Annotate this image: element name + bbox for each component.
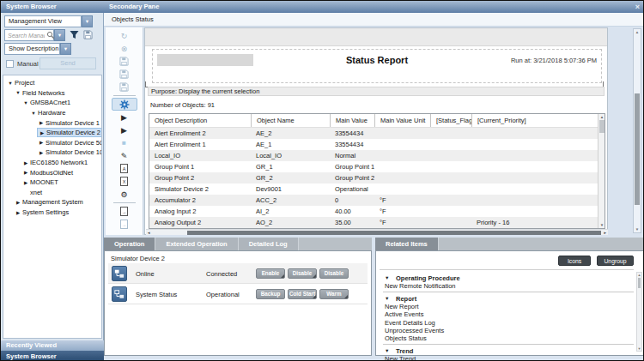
scroll-up-icon[interactable]: ▲ (637, 273, 641, 277)
tree-item-system-settings[interactable]: ▶System Settings (3, 208, 101, 218)
group-trend[interactable]: ▼Trend (383, 346, 634, 355)
scroll-down-icon[interactable]: ▼ (598, 223, 605, 227)
chevron-collapsed-icon: ▶ (15, 210, 21, 215)
enable-button[interactable]: Enable (256, 268, 285, 279)
run-report-icon[interactable]: ↻ (112, 29, 137, 42)
cell (430, 206, 471, 217)
disable-button[interactable]: Disable (288, 268, 317, 279)
recently-viewed-bar[interactable]: Recently Viewed (1, 340, 104, 351)
report-title-band: Status Report Run at: 3/21/2018 5:07:36 … (152, 49, 602, 83)
report-page: Status Report Run at: 3/21/2018 5:07:36 … (144, 27, 608, 235)
save-all-icon[interactable] (112, 81, 137, 93)
related-item-event-details-log[interactable]: Event Details Log (383, 319, 634, 327)
group-report[interactable]: ▼Report (383, 294, 634, 303)
run-with-options-icon[interactable]: ▶ (112, 123, 137, 136)
save-as-icon[interactable] (112, 68, 137, 81)
tree-item-field-networks[interactable]: ▼Field Networks (3, 88, 101, 99)
tree-item-project[interactable]: ▼Project (3, 78, 101, 88)
disable-init-button[interactable]: Disable Init (319, 268, 349, 279)
tree-item-simulator-device-2[interactable]: ▶Simulator Device 2 (3, 128, 101, 138)
scroll-up-icon[interactable]: ▲ (634, 30, 641, 34)
save-filter-icon[interactable] (83, 30, 94, 40)
export-excel-icon[interactable]: X (112, 175, 137, 188)
tab-detailed-log[interactable]: Detailed Log (239, 238, 298, 250)
tree-item-simulator-device-1[interactable]: ▶Simulator Device 1 (3, 117, 101, 128)
stop-icon[interactable]: ■ (112, 136, 137, 149)
column-header: Object Name (251, 114, 330, 127)
tree-item-simulator-device-50[interactable]: ▶Simulator Device 50 (3, 138, 101, 148)
tree-item-management-system[interactable]: ▶Management System (3, 197, 101, 208)
send-button[interactable]: Send (39, 57, 96, 69)
scrollbar-thumb[interactable] (187, 231, 601, 235)
property-value: Connected (206, 270, 237, 278)
icons-button[interactable]: Icons (558, 256, 591, 266)
tab-related-items[interactable]: Related Items (375, 238, 438, 250)
related-items-body: Icons Ungroup ▼Operating Procedure New R… (375, 250, 644, 356)
report-view: ↻ ⊗ ▶ ▶ ■ ✎ A X ⚙ → → Status Report Run … (104, 27, 644, 238)
scroll-down-icon[interactable]: ▼ (637, 346, 641, 351)
cell: Local_IO (149, 150, 251, 161)
cold-start-button[interactable]: Cold Start (288, 289, 317, 299)
table-row: Alert Enrollment 1AE_133554434 (149, 139, 598, 150)
system-browser-bar[interactable]: System Browser (1, 351, 104, 361)
settings-gear-icon[interactable] (112, 98, 137, 111)
cell: Dev9001 (251, 184, 330, 195)
related-item-active-events[interactable]: Active Events (383, 310, 634, 318)
warm-start-button[interactable]: Warm Start (319, 289, 349, 299)
tree-item-moonet[interactable]: ▶MOONET (3, 177, 101, 188)
chevron-down-icon[interactable]: ▼ (60, 43, 71, 55)
chevron-expanded-icon: ▼ (383, 348, 395, 353)
scroll-down-icon[interactable]: ▼ (634, 227, 641, 232)
ungroup-button[interactable]: Ungroup (597, 256, 634, 266)
tree-item-iec61850-network1[interactable]: ▶IEC61850 Network1 (3, 158, 101, 168)
export-pdf-icon[interactable]: A (112, 162, 137, 175)
horizontal-scrollbar[interactable]: ◄ ► (146, 229, 608, 235)
import-icon[interactable]: → (112, 218, 137, 231)
filter-icon[interactable] (70, 30, 80, 40)
tree-item-hardware[interactable]: ▼Hardware (3, 108, 101, 118)
scrollbar-thumb[interactable] (599, 120, 605, 133)
scrollbar-thumb[interactable] (638, 278, 641, 288)
scroll-left-icon[interactable]: ◄ (147, 230, 150, 236)
tab-extended-operation[interactable]: Extended Operation (155, 238, 237, 250)
tab-objects-status[interactable]: Objects Status (104, 13, 644, 27)
tree-item-simulator-device-100[interactable]: ▶Simulator Device 100 (3, 147, 101, 158)
scroll-right-icon[interactable]: ► (604, 230, 607, 236)
cell: 33554434 (330, 128, 374, 139)
table-row: Group Point 2GR_2Group Point 2 (149, 172, 598, 184)
tree-item-xnet[interactable]: ▶xnet (3, 188, 101, 198)
report-vertical-scrollbar[interactable]: ▲ ▼ (633, 28, 641, 233)
related-items-scrollbar[interactable]: ▲ ▼ (636, 272, 642, 352)
description-select[interactable]: Show Description (4, 43, 60, 55)
scroll-up-icon[interactable]: ▲ (598, 115, 605, 119)
table-scrollbar[interactable]: ▲ ▼ (598, 114, 605, 228)
group-operating-procedure[interactable]: ▼Operating Procedure (383, 274, 634, 282)
divider (383, 344, 634, 345)
secondary-pane-header: Secondary Pane × (104, 1, 644, 13)
related-item-new-remote-notification[interactable]: New Remote Notification (383, 282, 634, 290)
export-icon[interactable]: → (112, 205, 137, 218)
cancel-icon[interactable]: ⊗ (112, 42, 137, 55)
close-icon[interactable]: × (635, 1, 640, 13)
related-item-unprocessed-events[interactable]: Unprocessed Events (383, 327, 634, 334)
related-item-objects-status[interactable]: Objects Status (383, 334, 634, 342)
run-icon[interactable]: ▶ (112, 111, 137, 123)
related-item-new-trend[interactable]: New Trend (383, 355, 634, 361)
save-icon[interactable] (112, 55, 137, 68)
report-settings-icon[interactable]: ⚙ (112, 188, 137, 201)
cell (374, 139, 430, 150)
backup-button[interactable]: Backup (256, 289, 285, 299)
scrollbar-thumb[interactable] (635, 93, 640, 205)
tab-operation[interactable]: Operation (104, 238, 155, 250)
view-select[interactable]: Management View (4, 15, 82, 27)
related-item-new-report[interactable]: New Report (383, 303, 634, 310)
chevron-down-icon[interactable]: ▼ (82, 15, 93, 27)
edit-icon[interactable]: ✎ (112, 149, 137, 162)
manual-checkbox[interactable] (6, 60, 14, 68)
cell (374, 128, 430, 139)
cell: 0 (330, 195, 374, 206)
tree-item-modbusoldnet[interactable]: ▶ModbusOldNet (3, 167, 101, 177)
tree-item-gmsbacnet1[interactable]: ▼GMSBACnet1 (3, 98, 101, 108)
search-dropdown-icon[interactable]: ▼ (54, 29, 65, 41)
cell (430, 139, 471, 150)
